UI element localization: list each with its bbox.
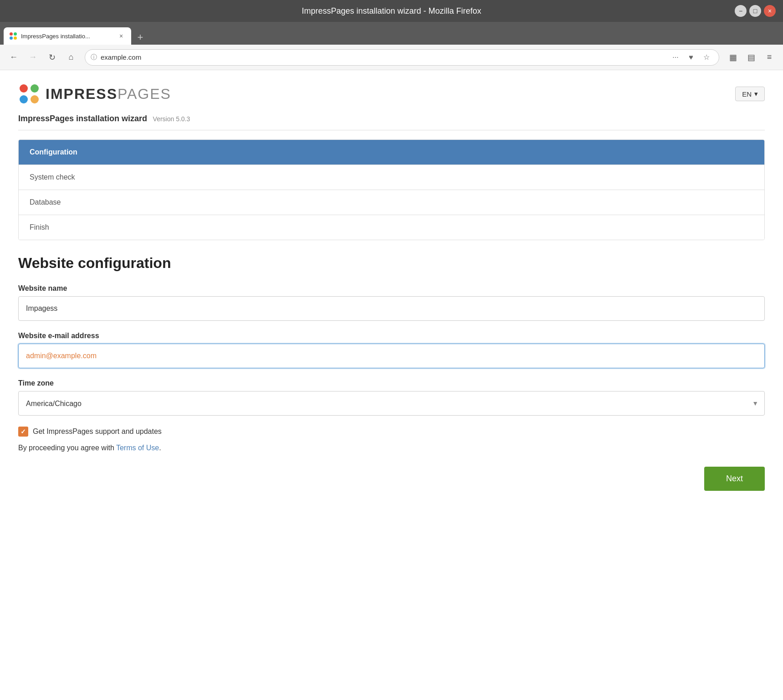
forward-icon: → [29,52,37,62]
forward-button[interactable]: → [25,49,41,66]
favicon-dot-red [10,32,13,36]
wizard-steps: Configuration System check Database Fini… [18,139,765,240]
address-bar: ⓘ ··· ♥ ☆ [85,49,719,66]
star-icon: ☆ [703,53,710,62]
address-info-icon: ⓘ [91,53,97,62]
website-name-group: Website name [18,284,765,321]
svg-point-3 [31,95,39,103]
sidebar-toggle-button[interactable]: ▤ [743,49,759,66]
tab-close-icon: × [119,32,123,40]
email-input[interactable] [18,344,765,368]
terms-text: By proceeding you agree with Terms of Us… [18,444,765,452]
logo-text-part2: PAGES [118,86,171,102]
ip-logo-icon [18,83,40,105]
nav-right-actions: ▦ ▤ ≡ [725,49,778,66]
window-controls: − □ × [735,5,776,17]
close-window-icon: × [768,7,772,15]
new-tab-button[interactable]: + [133,30,148,45]
language-dropdown[interactable]: EN ▾ [735,87,765,101]
email-group: Website e-mail address [18,332,765,368]
window-title: ImpressPages installation wizard - Mozil… [302,6,481,16]
more-button[interactable]: ··· [669,51,682,64]
website-name-label: Website name [18,284,765,293]
page-content: IMPRESSPAGES EN ▾ ImpressPages installat… [0,70,783,700]
timezone-select-wrapper: America/Chicago ▼ [18,391,765,416]
tab-close-button[interactable]: × [117,31,126,41]
timezone-label: Time zone [18,379,765,387]
ip-header: IMPRESSPAGES EN ▾ [18,83,765,105]
next-button[interactable]: Next [704,467,765,491]
pocket-button[interactable]: ♥ [684,51,698,64]
favicon-icon [10,32,17,40]
bookmark-button[interactable]: ☆ [700,51,713,64]
page-version: Version 5.0.3 [153,115,190,123]
svg-point-2 [20,95,28,103]
svg-point-0 [20,84,28,93]
section-title: Website configuration [18,255,765,272]
ip-logo-text: IMPRESSPAGES [46,86,171,103]
menu-icon: ≡ [767,52,772,62]
maximize-button[interactable]: □ [749,5,761,17]
new-tab-icon: + [138,31,143,43]
step-database-label: Database [30,198,61,206]
website-name-input[interactable] [18,296,765,321]
menu-button[interactable]: ≡ [761,49,778,66]
timezone-select[interactable]: America/Chicago [18,391,765,416]
terms-before: By proceeding you agree with [18,444,116,452]
title-bar: ImpressPages installation wizard - Mozil… [0,0,783,22]
tab-favicon [9,32,17,40]
wizard-step-database: Database [19,190,764,215]
wizard-step-finish: Finish [19,215,764,240]
button-row: Next [18,467,765,491]
maximize-icon: □ [753,7,757,15]
sidebar-icon: ▤ [747,52,755,62]
support-checkbox[interactable] [18,427,28,437]
svg-point-1 [31,84,39,93]
terms-link[interactable]: Terms of Use [116,444,159,452]
navigation-bar: ← → ↻ ⌂ ⓘ ··· ♥ ☆ [0,45,783,70]
checkbox-label: Get ImpressPages support and updates [33,427,162,436]
library-button[interactable]: ▦ [725,49,741,66]
ip-logo: IMPRESSPAGES [18,83,171,105]
home-button[interactable]: ⌂ [63,49,79,66]
library-icon: ▦ [729,52,737,62]
ip-title-bar: ImpressPages installation wizard Version… [18,114,765,130]
close-window-button[interactable]: × [764,5,776,17]
terms-after: . [159,444,161,452]
wizard-step-system-check: System check [19,165,764,190]
url-input[interactable] [101,53,665,61]
browser-tab[interactable]: ImpressPages installatio... × [4,27,131,45]
language-label: EN [742,90,752,98]
wizard-step-configuration: Configuration [19,140,764,165]
favicon-dot-blue [10,36,13,40]
address-actions: ··· ♥ ☆ [669,51,713,64]
page-title: ImpressPages installation wizard [18,114,147,123]
email-label: Website e-mail address [18,332,765,340]
dropdown-arrow-icon: ▾ [754,90,758,98]
favicon-dot-yellow [14,36,17,40]
home-icon: ⌂ [69,52,74,62]
back-icon: ← [10,52,18,62]
reload-icon: ↻ [49,52,56,62]
browser-window: ImpressPages installation wizard - Mozil… [0,0,783,700]
minimize-button[interactable]: − [735,5,747,17]
checkbox-row: Get ImpressPages support and updates [18,427,765,437]
back-button[interactable]: ← [5,49,22,66]
logo-text-part1: IMPRESS [46,86,118,102]
reload-button[interactable]: ↻ [44,49,60,66]
tab-title: ImpressPages installatio... [21,33,113,40]
more-icon: ··· [672,53,678,62]
step-finish-label: Finish [30,223,49,231]
step-configuration-label: Configuration [30,148,77,156]
favicon-dot-green [14,32,17,36]
minimize-icon: − [739,7,742,15]
tab-bar: ImpressPages installatio... × + [0,22,783,45]
step-system-check-label: System check [30,173,75,181]
timezone-group: Time zone America/Chicago ▼ [18,379,765,416]
pocket-icon: ♥ [689,53,693,62]
